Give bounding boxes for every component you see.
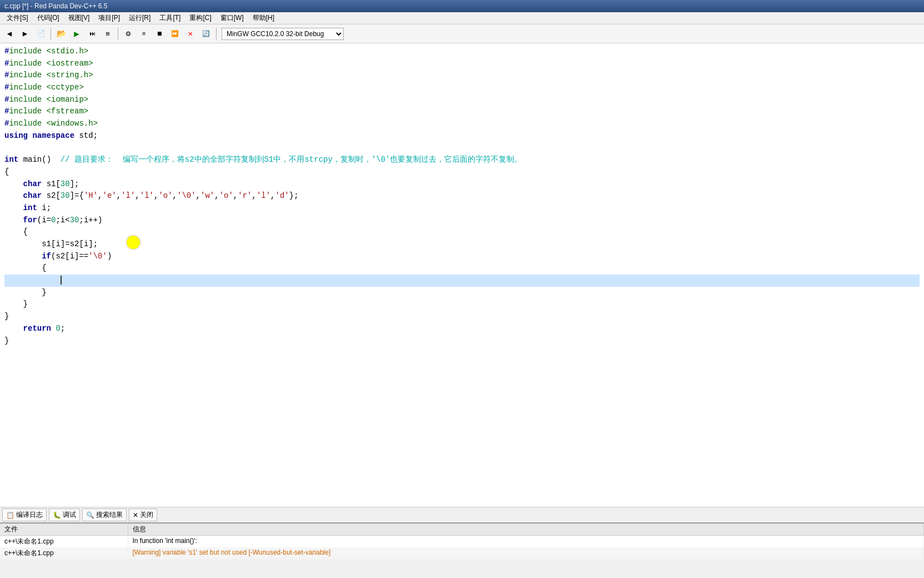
menu-tools[interactable]: 工具[T]: [155, 12, 185, 24]
bottom-action-toolbar: 📋 编译日志 🐛 调试 🔍 搜索结果 ✕ 关闭: [0, 507, 924, 522]
menu-project[interactable]: 项目[P]: [94, 12, 124, 24]
forward-button[interactable]: ▶: [18, 27, 32, 41]
menu-run[interactable]: 运行[R]: [124, 12, 155, 24]
compile-log-icon: 📋: [6, 511, 14, 519]
compile-button[interactable]: ⚙: [121, 27, 135, 41]
toolbar-separator-3: [216, 28, 217, 40]
toolbar-separator-1: [51, 28, 51, 40]
new-button[interactable]: 📄: [33, 27, 48, 41]
col-header-info: 信息: [128, 524, 924, 536]
bottom-panel: 文件 信息 c++\未命名1.cpp In function 'int main…: [0, 522, 924, 578]
debug-button[interactable]: ≡: [137, 27, 151, 41]
stop-button[interactable]: ⏹: [152, 27, 167, 41]
code-content[interactable]: #include <stdio.h> #include <iostream> #…: [0, 43, 924, 349]
step-button[interactable]: ⏭: [85, 27, 99, 41]
search-results-button[interactable]: 🔍 搜索结果: [82, 509, 127, 521]
menu-file[interactable]: 文件[S]: [2, 12, 33, 24]
file-cell: c++\未命名1.cpp: [0, 536, 128, 548]
close-panel-button[interactable]: ✕ 关闭: [129, 509, 157, 521]
profile-button[interactable]: 🔄: [199, 27, 213, 41]
title-text: c.cpp [*] - Red Panda Dev-C++ 6.5: [4, 2, 107, 10]
next-button[interactable]: ⏩: [168, 27, 182, 41]
grid-button[interactable]: ⊞: [101, 27, 115, 41]
compile-log-label: 编译日志: [16, 510, 43, 520]
back-button[interactable]: ◀: [2, 27, 17, 41]
toolbar-separator-2: [118, 28, 118, 40]
run-button[interactable]: ▶: [69, 27, 84, 41]
menu-view[interactable]: 视图[V]: [64, 12, 94, 24]
menu-help[interactable]: 帮助[H]: [248, 12, 279, 24]
compiler-select[interactable]: MinGW GCC10.2.0 32-bit Debug: [222, 28, 344, 40]
col-header-file: 文件: [0, 524, 128, 536]
debug-button-bottom[interactable]: 🐛 调试: [49, 509, 80, 521]
toolbar: ◀ ▶ 📄 📂 ▶ ⏭ ⊞ ⚙ ≡ ⏹ ⏩ ✕ 🔄 MinGW GCC10.2.…: [0, 24, 924, 43]
table-row: c++\未命名1.cpp [Warning] variable 's1' set…: [0, 547, 924, 559]
info-cell: In function 'int main()':: [128, 536, 924, 548]
debug-icon: 🐛: [53, 511, 61, 519]
debug-label: 调试: [63, 510, 76, 520]
open-button[interactable]: 📂: [54, 27, 68, 41]
title-bar: c.cpp [*] - Red Panda Dev-C++ 6.5: [0, 0, 924, 12]
table-row: c++\未命名1.cpp In function 'int main()':: [0, 536, 924, 548]
editor-area[interactable]: #include <stdio.h> #include <iostream> #…: [0, 43, 924, 507]
close-label: 关闭: [140, 510, 153, 520]
info-cell: [Warning] variable 's1' set but not used…: [128, 547, 924, 559]
menu-code[interactable]: 代码[O]: [33, 12, 64, 24]
bottom-table: 文件 信息 c++\未命名1.cpp In function 'int main…: [0, 524, 924, 578]
menu-bar: 文件[S] 代码[O] 视图[V] 项目[P] 运行[R] 工具[T] 重构[C…: [0, 12, 924, 24]
menu-refactor[interactable]: 重构[C]: [185, 12, 215, 24]
search-results-label: 搜索结果: [96, 510, 123, 520]
search-icon: 🔍: [86, 511, 94, 519]
abort-button[interactable]: ✕: [183, 27, 198, 41]
compile-log-button[interactable]: 📋 编译日志: [2, 509, 47, 521]
file-cell: c++\未命名1.cpp: [0, 547, 128, 559]
menu-window[interactable]: 窗口[W]: [216, 12, 248, 24]
close-icon: ✕: [133, 511, 138, 519]
